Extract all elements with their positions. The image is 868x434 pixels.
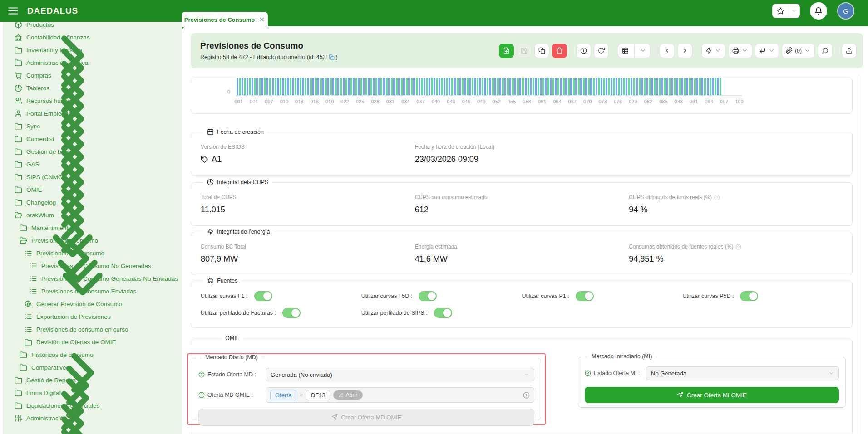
bar-group	[676, 78, 681, 95]
duplicate-button[interactable]	[534, 44, 549, 58]
sidebar-item[interactable]: Previsiones de consumo en curso	[0, 323, 182, 336]
tab-previsiones-de-consumo[interactable]: Previsiones de Consumo	[182, 12, 268, 27]
bar-series-1	[373, 78, 375, 95]
sidebar-nav: ProductosContabilidad y finanzasInventar…	[0, 22, 182, 434]
refresh-button[interactable]	[594, 44, 609, 58]
help-circle-icon[interactable]	[198, 371, 205, 378]
user-avatar[interactable]: G	[837, 2, 854, 20]
chevron-down-icon[interactable]	[789, 9, 799, 14]
bar-group	[373, 78, 378, 95]
actions-button[interactable]	[701, 44, 725, 58]
oferta-md-omie-field[interactable]: Oferta > OF13 Abrir	[266, 387, 534, 403]
help-circle-icon[interactable]	[585, 370, 591, 376]
bar-group	[286, 78, 291, 95]
bar-group	[251, 78, 256, 95]
bar-series-2	[295, 78, 296, 95]
bar-series-1	[454, 78, 456, 95]
sidebar-item-label: GAS	[26, 161, 39, 168]
divider	[634, 44, 635, 58]
bar-group	[388, 78, 393, 95]
field-value: 41,6 MW	[415, 254, 629, 264]
bar-series-2	[654, 78, 656, 95]
toggle-field: Utilizar curvas P5D :	[682, 291, 843, 301]
bar-chart[interactable]	[236, 78, 742, 96]
sidebar-item[interactable]: Revisión de Ofertas de OMIE	[0, 336, 182, 348]
scrollbar-track[interactable]	[859, 75, 859, 434]
toggle-switch[interactable]	[254, 291, 272, 301]
new-record-button[interactable]	[499, 44, 514, 58]
bar-series-2	[487, 78, 488, 95]
oferta-link-chip[interactable]: Oferta	[270, 390, 296, 400]
estado-oferta-mi-select[interactable]: No Generada	[646, 366, 839, 380]
sidebar-item-label: Históricos de consumo	[31, 351, 94, 358]
close-icon[interactable]	[259, 16, 265, 23]
bar-group	[671, 78, 676, 95]
insert-button[interactable]	[755, 44, 779, 58]
bar-series-2	[472, 78, 473, 95]
bar-series-2	[689, 78, 691, 95]
sidebar-item[interactable]: Productos	[0, 22, 182, 31]
bar-group	[666, 78, 671, 95]
toggle-switch[interactable]	[282, 308, 301, 318]
list-icon	[30, 262, 37, 270]
folder-icon	[15, 148, 22, 156]
bar-series-1	[277, 78, 279, 95]
next-record-button[interactable]	[677, 44, 692, 58]
bar-series-2	[360, 78, 362, 95]
field-value: A1	[201, 155, 415, 164]
bar-series-1	[434, 78, 435, 95]
sidebar-item-label: Administración Pública	[26, 59, 89, 66]
bar-group	[423, 78, 428, 95]
bar-group	[357, 78, 362, 95]
x-axis-tick-label: 055	[508, 99, 516, 104]
comments-button[interactable]	[818, 44, 833, 58]
breadcrumb-separator: >	[300, 392, 303, 398]
bar-series-2	[547, 78, 549, 95]
bar-series-2	[522, 78, 524, 95]
save-button[interactable]	[517, 44, 532, 58]
bar-series-1	[312, 78, 314, 95]
bar-series-2	[264, 78, 266, 95]
copy-id-icon[interactable]	[329, 54, 335, 60]
toggle-field: Utilizar perfilado de SIPS :	[361, 308, 522, 318]
bar-series-1	[570, 78, 572, 95]
bar-series-1	[444, 78, 445, 95]
bar-series-1	[302, 78, 304, 95]
hamburger-menu-button[interactable]	[6, 4, 20, 18]
bar-series-1	[378, 78, 380, 95]
favorite-button[interactable]	[772, 4, 800, 18]
share-button[interactable]	[842, 44, 857, 58]
bar-series-2	[325, 78, 327, 95]
x-axis-labels: 0010040070100130160190220250280310340370…	[236, 99, 742, 105]
delete-button[interactable]	[552, 44, 567, 58]
bar-group	[651, 78, 656, 95]
toggle-switch[interactable]	[740, 291, 758, 301]
gear-icon	[25, 300, 32, 308]
attachments-button[interactable]: (0)	[782, 44, 815, 58]
estado-oferta-md-select[interactable]: Generada (No enviada)	[266, 368, 534, 381]
bar-series-2	[664, 78, 666, 95]
bar-group	[337, 78, 342, 95]
bar-group	[732, 78, 737, 95]
crear-oferta-mi-button[interactable]: Crear Oferta MI OMIE	[585, 387, 839, 403]
toggle-field: Utilizar perfilado de Facturas :	[201, 308, 361, 318]
info-button[interactable]	[576, 44, 591, 58]
bell-icon	[814, 7, 823, 15]
toggle-switch[interactable]	[576, 291, 594, 301]
grid-view-button[interactable]	[618, 44, 651, 58]
print-button[interactable]	[728, 44, 752, 58]
bar-series-2	[507, 78, 509, 95]
toggle-switch[interactable]	[419, 291, 437, 301]
notifications-button[interactable]	[810, 2, 827, 20]
previous-record-button[interactable]	[660, 44, 675, 58]
bar-group	[297, 78, 302, 95]
x-axis-tick-label: 070	[583, 99, 592, 104]
crear-oferta-md-button[interactable]: Crear Oferta MD OMIE	[198, 409, 534, 426]
field: Total de CUPS11.015	[201, 194, 415, 215]
bar-series-1	[596, 78, 597, 95]
expand-icon[interactable]	[523, 392, 530, 399]
bar-series-2	[380, 78, 382, 95]
abrir-button[interactable]: Abrir	[333, 390, 363, 400]
toggle-switch[interactable]	[434, 308, 452, 318]
help-circle-icon[interactable]	[198, 392, 205, 398]
